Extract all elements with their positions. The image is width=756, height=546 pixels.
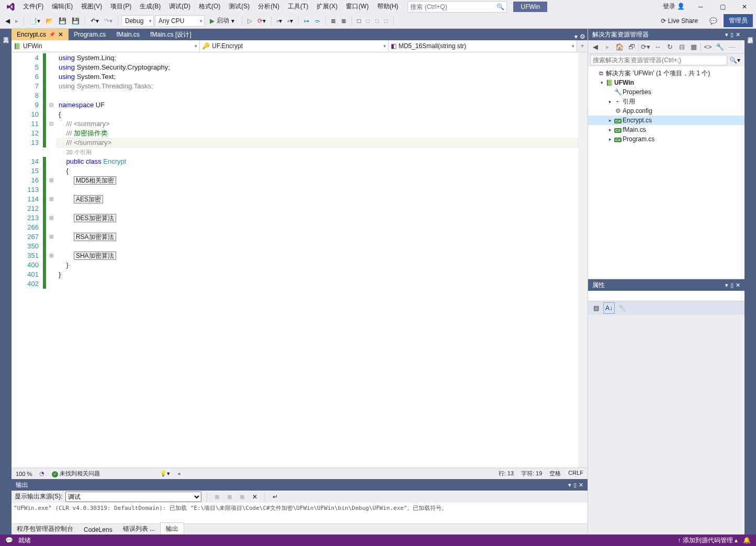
nav-class-dropdown[interactable]: 🔑UF.Encrypt <box>200 40 388 52</box>
col-indicator[interactable]: 字符: 19 <box>521 470 542 477</box>
comment-icon[interactable]: □ <box>355 15 363 27</box>
encoding[interactable]: CRLF <box>568 470 583 477</box>
redo-button[interactable]: ↷▾ <box>102 15 115 27</box>
save-all-button[interactable]: 💾 <box>70 15 82 27</box>
close-icon[interactable]: ✕ <box>736 31 740 38</box>
search-icon[interactable]: 🔍▾ <box>727 56 742 64</box>
nav-add-button[interactable]: + <box>577 40 588 52</box>
step-over-icon[interactable]: ⤼ <box>312 15 322 27</box>
hot-reload-button[interactable]: ⟳▾ <box>255 15 268 27</box>
bookmark-icon[interactable]: □ <box>373 15 381 27</box>
btab-pkgmgr[interactable]: 程序包管理器控制台 <box>12 523 78 535</box>
tree-item[interactable]: ⚙App.config <box>588 106 744 116</box>
output-clear-icon[interactable]: ✕ <box>250 491 259 503</box>
new-project-button[interactable]: 📑▾ <box>27 15 42 27</box>
menu-analyze[interactable]: 分析(N) <box>254 1 284 13</box>
close-button[interactable]: ✕ <box>735 0 754 13</box>
save-button[interactable]: 💾 <box>57 15 69 27</box>
indent-icon[interactable]: ≣ <box>329 15 338 27</box>
output-dropdown-icon[interactable]: ▾ <box>568 482 571 488</box>
pin-icon[interactable]: ▯ <box>573 482 577 488</box>
tab-program[interactable]: Program.cs <box>69 29 111 40</box>
live-share-button[interactable]: ⟳ Live Share <box>661 17 698 25</box>
output-source-select[interactable]: 调试 <box>65 492 201 502</box>
menu-edit[interactable]: 编辑(E) <box>48 1 77 13</box>
wrench-icon[interactable]: 🔧 <box>616 302 628 314</box>
outdent-icon[interactable]: ≣ <box>339 15 348 27</box>
menu-help[interactable]: 帮助(H) <box>373 1 403 13</box>
menu-format[interactable]: 格式(O) <box>195 1 224 13</box>
close-icon[interactable]: ✕ <box>579 482 583 488</box>
menu-test[interactable]: 测试(S) <box>224 1 254 13</box>
output-goto-icon[interactable]: ≣ <box>212 491 222 503</box>
vertical-scrollbar[interactable] <box>578 52 588 468</box>
categorize-icon[interactable]: ▤ <box>590 302 602 314</box>
pin-icon[interactable]: 📌 <box>49 32 55 37</box>
menu-extensions[interactable]: 扩展(X) <box>312 1 342 13</box>
menu-view[interactable]: 视图(V) <box>77 1 106 13</box>
home-icon[interactable]: 🏠 <box>614 42 625 52</box>
output-next-icon[interactable]: ≣ <box>238 491 247 503</box>
fold-column[interactable]: ⊟⊟⊞⊞⊞⊞⊞ <box>46 52 57 468</box>
datasource-tab[interactable]: 数据源 <box>0 29 1 535</box>
tree-item[interactable]: ▸▪▫引用 <box>588 97 744 106</box>
forward-button[interactable]: ▸ <box>13 15 20 27</box>
tree-item[interactable]: ▸fMain.cs <box>588 125 744 134</box>
menu-window[interactable]: 窗口(W) <box>342 1 373 13</box>
solution-tree[interactable]: ⧉解决方案 'UFWin' (1 个项目，共 1 个)▾📗UFWin🔧Prope… <box>588 66 744 279</box>
start-debug-button[interactable]: ▶启动 ▾ <box>206 15 239 26</box>
forward-icon[interactable]: ▸ <box>602 42 613 52</box>
bookmark2-icon[interactable]: □ <box>382 15 390 27</box>
dropdown-icon[interactable]: ▾ <box>725 31 728 38</box>
tree-item[interactable]: 🔧Properties <box>588 87 744 97</box>
tab-fmain[interactable]: fMain.cs <box>111 29 145 40</box>
nav-member-dropdown[interactable]: ◧MD5_16Small(string str) <box>389 40 577 52</box>
quick-search[interactable]: 🔍 <box>408 1 507 13</box>
undo-button[interactable]: ↶▾ <box>88 15 101 27</box>
solution-search-input[interactable] <box>590 55 727 65</box>
minimize-button[interactable]: ─ <box>691 0 710 13</box>
platform-dropdown[interactable]: Any CPU <box>155 15 205 27</box>
output-text[interactable]: "UFWin.exe" (CLR v4.0.30319: DefaultDoma… <box>12 503 588 524</box>
menu-debug[interactable]: 调试(D) <box>165 1 195 13</box>
tree-item[interactable]: ▸Encrypt.cs <box>588 116 744 125</box>
filter-icon[interactable]: ↔ <box>652 42 663 52</box>
tree-item[interactable]: ▸Program.cs <box>588 134 744 144</box>
source-control-button[interactable]: ↑ 添加到源代码管理 ▴ <box>678 536 738 545</box>
diagnostics-tab[interactable]: 诊断工具 <box>745 29 756 535</box>
tree-item[interactable]: ▾📗UFWin <box>588 78 744 87</box>
tree-root[interactable]: ⧉解决方案 'UFWin' (1 个项目，共 1 个) <box>588 69 744 78</box>
login-button[interactable]: 登录 👤 <box>660 1 688 13</box>
line-indicator[interactable]: 行: 13 <box>499 470 514 477</box>
refresh-icon[interactable]: ↻ <box>664 42 675 52</box>
tab-fmain-design[interactable]: fMain.cs [设计] <box>145 29 197 40</box>
btab-output[interactable]: 输出 <box>160 522 184 535</box>
btab-codelens[interactable]: CodeLens <box>78 525 118 535</box>
menu-build[interactable]: 生成(B) <box>136 1 165 13</box>
back-icon[interactable]: ◀ <box>590 42 601 52</box>
menu-project[interactable]: 项目(P) <box>106 1 136 13</box>
output-icon[interactable]: 💬 <box>5 537 13 544</box>
preview-icon[interactable]: — <box>727 42 737 52</box>
output-prev-icon[interactable]: ≣ <box>225 491 234 503</box>
insert-mode[interactable]: 空格 <box>549 470 561 477</box>
lightbulb-icon[interactable]: 💡▾ <box>160 470 170 477</box>
pin-icon[interactable]: ▯ <box>730 282 734 289</box>
tab-settings-icon[interactable]: ⚙ <box>580 33 585 40</box>
properties-icon[interactable]: 🔧 <box>715 42 725 52</box>
close-icon[interactable]: ✕ <box>736 282 740 289</box>
notification-icon[interactable]: 🔔 <box>743 537 751 544</box>
close-icon[interactable]: ✕ <box>58 31 63 38</box>
solution-search[interactable]: 🔍▾ <box>588 54 744 66</box>
code-icon[interactable]: <> <box>703 42 713 52</box>
alphabetical-icon[interactable]: A↓ <box>603 302 615 314</box>
code-editor[interactable]: 4567891011121314151611311421221326626735… <box>12 52 588 468</box>
btab-errorlist[interactable]: 错误列表 ... <box>118 523 160 535</box>
nav-project-dropdown[interactable]: 📗UFWin <box>12 40 200 52</box>
start-nodebug-button[interactable]: ▷ <box>245 15 254 27</box>
tab-encrypt[interactable]: Encrypt.cs📌✕ <box>12 29 69 40</box>
zoom-level[interactable]: 100 % <box>16 471 32 477</box>
pin-icon[interactable]: ▯ <box>730 31 734 38</box>
menu-file[interactable]: 文件(F) <box>19 1 48 13</box>
showall-icon[interactable]: ▦ <box>689 42 699 52</box>
